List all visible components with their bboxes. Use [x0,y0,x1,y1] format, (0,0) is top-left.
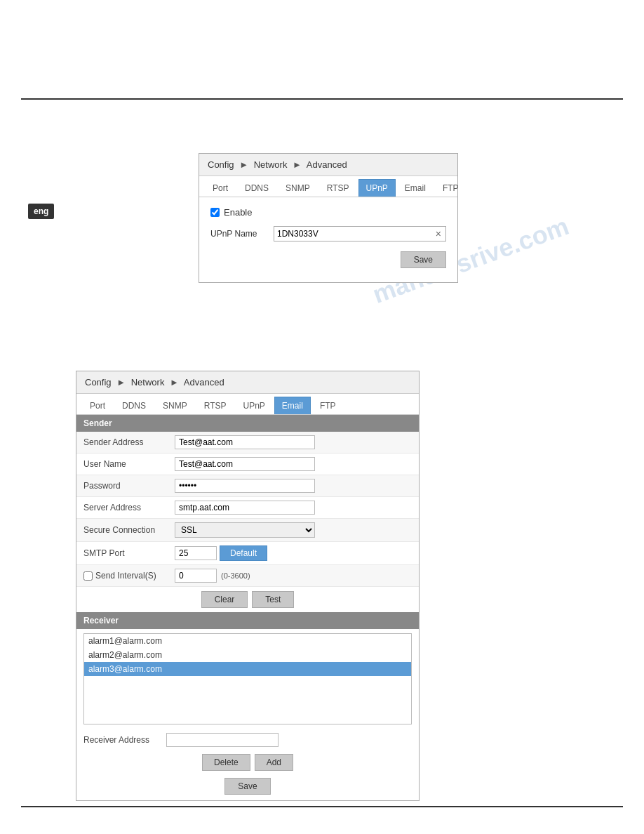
breadcrumb2-advanced: Advanced [184,377,224,388]
smtp-default-button[interactable]: Default [220,545,267,561]
tab2-rtsp[interactable]: RTSP [196,397,234,414]
receiver-list: alarm1@alarm.com alarm2@alarm.com alarm3… [83,633,412,724]
breadcrumb-advanced: Advanced [307,159,347,170]
tab2-port[interactable]: Port [82,397,113,414]
top-rule [21,98,623,100]
panel1-tab-bar: Port DDNS SNMP RTSP UPnP Email FTP [199,176,457,197]
enable-row: Enable [210,207,446,218]
clear-test-row: Clear Test [76,587,419,612]
upnp-name-label: UPnP Name [210,229,274,239]
sender-address-label: Sender Address [76,432,168,454]
panel1-save-row: Save [210,251,446,272]
sender-section-header: Sender [76,415,419,432]
tab-ddns[interactable]: DDNS [237,179,276,197]
server-address-label: Server Address [76,497,168,519]
tab-ftp[interactable]: FTP [435,179,467,197]
upnp-name-row: UPnP Name × [210,226,446,241]
panel2-tab-bar: Port DDNS SNMP RTSP UPnP Email FTP [76,394,419,415]
receiver-address-label: Receiver Address [83,735,161,745]
receiver-item-2[interactable]: alarm2@alarm.com [84,648,411,662]
tab-rtsp[interactable]: RTSP [319,179,357,197]
delete-add-row: Delete Add [76,751,419,774]
user-name-row: User Name [76,454,419,475]
server-address-input[interactable] [175,501,315,515]
test-button[interactable]: Test [252,591,294,608]
breadcrumb2-network: Network [131,377,165,388]
arrow4: ► [170,377,179,388]
password-row: Password [76,475,419,497]
tab2-email[interactable]: Email [274,397,311,414]
tab2-snmp[interactable]: SNMP [155,397,195,414]
secure-connection-row: Secure Connection SSL TLS None [76,519,419,542]
upnp-name-input-wrap: × [274,226,446,241]
password-label: Password [76,475,168,497]
secure-connection-label: Secure Connection [76,519,168,542]
send-interval-text: Send Interval(S) [95,571,156,581]
tab-email[interactable]: Email [397,179,434,197]
receiver-item-3[interactable]: alarm3@alarm.com [84,662,411,676]
arrow3: ► [116,377,126,388]
panel1-body: Enable UPnP Name × Save [199,197,457,282]
email-panel: Config ► Network ► Advanced Port DDNS SN… [76,371,420,801]
receiver-item-1[interactable]: alarm1@alarm.com [84,634,411,648]
sender-form-table: Sender Address User Name Password Server… [76,432,419,587]
eng-label: eng [28,204,54,219]
smtp-port-label: SMTP Port [76,542,168,565]
arrow1: ► [239,159,248,170]
password-input[interactable] [175,479,315,493]
send-interval-controls: (0-3600) [175,569,412,583]
enable-label: Enable [224,207,252,218]
tab2-ddns[interactable]: DDNS [114,397,154,414]
user-name-label: User Name [76,454,168,475]
clear-button[interactable]: Clear [201,591,248,608]
send-interval-range: (0-3600) [221,571,250,580]
add-button[interactable]: Add [255,754,293,771]
enable-checkbox[interactable] [210,208,220,217]
secure-connection-select[interactable]: SSL TLS None [175,522,315,538]
sender-address-input[interactable] [175,435,315,449]
panel1-save-button[interactable]: Save [401,251,446,268]
upnp-name-input[interactable] [277,229,434,239]
tab-snmp[interactable]: SNMP [278,179,318,197]
panel2-breadcrumb: Config ► Network ► Advanced [76,371,419,394]
receiver-section-header: Receiver [76,612,419,629]
send-interval-input[interactable] [175,569,217,583]
send-interval-checkbox[interactable] [83,571,93,581]
breadcrumb-config: Config [208,159,234,170]
receiver-address-input[interactable] [166,733,279,747]
user-name-input[interactable] [175,457,315,471]
send-interval-row: Send Interval(S) (0-3600) [76,565,419,587]
smtp-port-row: SMTP Port Default [76,542,419,565]
tab-port[interactable]: Port [205,179,236,197]
breadcrumb2-config: Config [85,377,112,388]
arrow2: ► [293,159,302,170]
final-save-row: Save [76,774,419,800]
delete-button[interactable]: Delete [202,754,250,771]
smtp-port-input[interactable] [175,546,217,560]
panel1-breadcrumb: Config ► Network ► Advanced [199,154,457,176]
breadcrumb-network: Network [254,159,288,170]
sender-address-row: Sender Address [76,432,419,454]
panel2-save-button[interactable]: Save [224,778,270,795]
send-interval-label: Send Interval(S) [76,565,168,587]
tab2-ftp[interactable]: FTP [312,397,344,414]
tab2-upnp[interactable]: UPnP [236,397,273,414]
server-address-row: Server Address [76,497,419,519]
smtp-port-controls: Default [175,545,412,561]
receiver-address-row: Receiver Address [76,729,419,751]
tab-upnp[interactable]: UPnP [358,179,396,197]
upnp-name-clear-icon[interactable]: × [434,228,443,239]
upnp-panel: Config ► Network ► Advanced Port DDNS SN… [199,153,458,283]
bottom-rule [21,806,623,807]
